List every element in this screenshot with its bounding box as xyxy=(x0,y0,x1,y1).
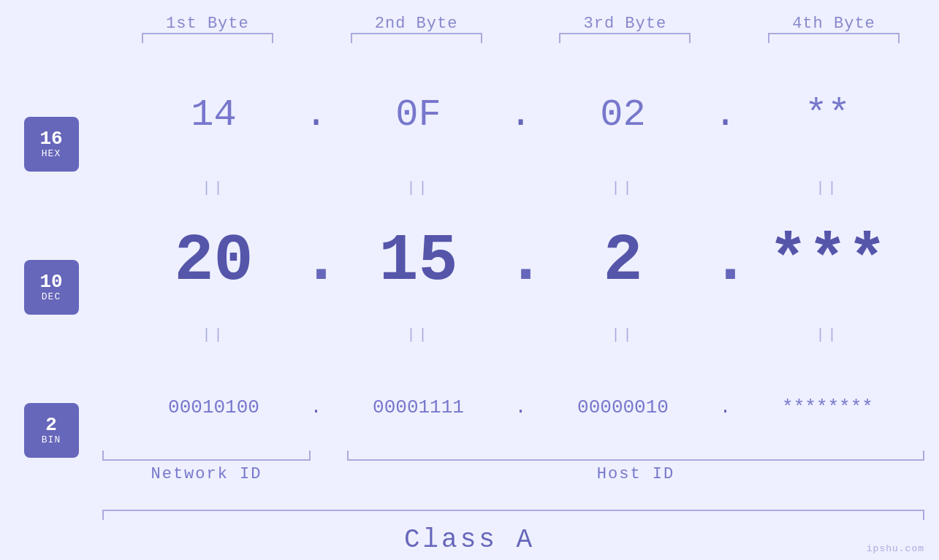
dec-val-2: 15 xyxy=(379,224,457,299)
badge-dec-label: DEC xyxy=(42,291,61,302)
equals-row-2: || || || || xyxy=(102,326,939,343)
bracket-top-1 xyxy=(142,33,273,43)
badge-hex-num: 16 xyxy=(39,129,62,148)
dec-row: 20 . 15 . 2 . *** xyxy=(102,196,939,326)
bin-val-3: 00000010 xyxy=(577,396,669,418)
network-id-bracket xyxy=(102,450,311,461)
header-row: 1st Byte 2nd Byte 3rd Byte 4th Byte xyxy=(0,15,939,43)
equals-row-1: || || || || xyxy=(102,180,939,196)
dec-val-3: 2 xyxy=(603,224,642,299)
hex-val-3: 02 xyxy=(600,93,645,137)
bin-cell-3: 00000010 xyxy=(536,396,711,418)
bin-val-4: ******** xyxy=(782,396,873,418)
hex-cell-3: 02 xyxy=(536,93,711,137)
hex-row: 14 . 0F . 02 . ** xyxy=(102,50,939,180)
bin-cell-4: ******** xyxy=(740,396,916,418)
hex-cell-1: 14 xyxy=(126,93,302,137)
dec-dot-1: . xyxy=(302,224,331,299)
eq-cell-7: || xyxy=(536,326,711,343)
hex-dot-1: . xyxy=(302,93,331,137)
badge-hex-label: HEX xyxy=(42,148,61,159)
network-host-bracket-area: Network ID Host ID xyxy=(0,450,939,483)
columns-area: 1st Byte 2nd Byte 3rd Byte 4th Byte xyxy=(119,15,923,43)
class-row: Class A xyxy=(0,520,939,560)
hex-dot-2: . xyxy=(506,93,536,137)
id-labels-row: Network ID Host ID xyxy=(0,465,939,483)
hex-val-4: ** xyxy=(805,93,850,137)
col-header-1: 1st Byte xyxy=(120,15,295,43)
main-container: 1st Byte 2nd Byte 3rd Byte 4th Byte xyxy=(0,0,939,560)
dec-cell-1: 20 xyxy=(126,224,302,299)
dec-dot-3: . xyxy=(711,224,740,299)
bin-cell-2: 00001111 xyxy=(331,396,506,418)
badge-dec: 10 DEC xyxy=(24,260,79,315)
eq-cell-3: || xyxy=(536,180,711,196)
bin-dot-3: . xyxy=(711,396,740,418)
badge-dec-num: 10 xyxy=(39,272,62,291)
col-header-4: 4th Byte xyxy=(746,15,921,43)
col-header-label-2: 2nd Byte xyxy=(375,15,458,33)
badge-bin-label: BIN xyxy=(42,434,61,445)
dec-val-1: 20 xyxy=(174,224,253,299)
hex-val-2: 0F xyxy=(395,93,441,137)
dec-val-4: *** xyxy=(768,224,886,299)
col-header-label-3: 3rd Byte xyxy=(583,15,666,33)
dec-dot-2: . xyxy=(506,224,536,299)
bin-dot-2: . xyxy=(506,396,536,418)
bracket-top-3 xyxy=(559,33,691,43)
dec-cell-3: 2 xyxy=(536,224,711,299)
host-id-bracket xyxy=(347,450,924,461)
eq-cell-6: || xyxy=(331,326,506,343)
hex-cell-4: ** xyxy=(740,93,916,137)
badge-bin: 2 BIN xyxy=(24,403,79,458)
eq-cell-4: || xyxy=(740,180,916,196)
badge-hex: 16 HEX xyxy=(24,117,79,172)
bin-dot-1: . xyxy=(302,396,331,418)
bin-cell-1: 00010100 xyxy=(126,396,302,418)
eq-cell-1: || xyxy=(126,180,302,196)
hex-cell-2: 0F xyxy=(331,93,506,137)
host-id-label: Host ID xyxy=(347,465,924,483)
class-a-label: Class A xyxy=(404,525,535,555)
badge-bin-num: 2 xyxy=(45,415,57,434)
watermark: ipshu.com xyxy=(867,543,924,554)
col-header-label-4: 4th Byte xyxy=(792,15,875,33)
eq-cell-2: || xyxy=(331,180,506,196)
bin-val-1: 00010100 xyxy=(168,396,259,418)
network-id-label: Network ID xyxy=(102,465,311,483)
col-header-2: 2nd Byte xyxy=(329,15,504,43)
col-header-3: 3rd Byte xyxy=(537,15,712,43)
col-header-label-1: 1st Byte xyxy=(166,15,249,33)
dec-cell-2: 15 xyxy=(331,224,506,299)
bin-val-2: 00001111 xyxy=(373,396,464,418)
bracket-top-2 xyxy=(351,33,482,43)
dec-cell-4: *** xyxy=(740,224,916,299)
hex-val-1: 14 xyxy=(191,93,236,137)
class-a-bracket xyxy=(102,510,924,520)
badge-column: 16 HEX 10 DEC 2 BIN xyxy=(0,50,102,560)
bracket-top-4 xyxy=(768,33,900,43)
hex-dot-3: . xyxy=(711,93,740,137)
eq-cell-5: || xyxy=(126,326,302,343)
eq-cell-8: || xyxy=(740,326,916,343)
